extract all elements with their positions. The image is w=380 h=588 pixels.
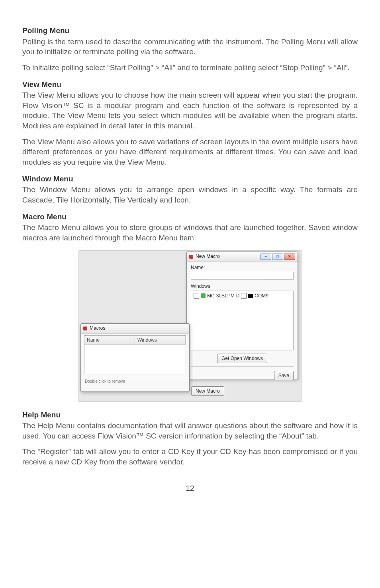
screenshot-container: New Macro – □ ✕ Name: Windows MC-30SLPM-…: [78, 250, 302, 402]
newmacro-window: New Macro – □ ✕ Name: Windows MC-30SLPM-…: [186, 252, 298, 379]
windows-label: Windows: [191, 283, 294, 289]
macros-table[interactable]: Name Windows: [84, 335, 186, 374]
minimize-button[interactable]: –: [260, 254, 271, 260]
app-icon: [83, 326, 87, 330]
polling-heading: Polling Menu: [22, 26, 358, 36]
list-item-port: COM9: [255, 293, 268, 299]
window-heading: Window Menu: [22, 174, 358, 184]
macros-col-windows[interactable]: Windows: [135, 336, 186, 344]
macro-heading: Macro Menu: [22, 212, 358, 222]
newmacro-titlebar[interactable]: New Macro – □ ✕: [187, 252, 298, 262]
new-macro-button[interactable]: New Macro: [191, 386, 224, 396]
list-item[interactable]: MC-30SLPM-D COM9: [194, 293, 291, 299]
view-p1: The View Menu allows you to choose how t…: [22, 90, 358, 131]
name-input[interactable]: [191, 272, 294, 280]
polling-p1: Polling is the term used to describe com…: [22, 37, 358, 57]
save-button[interactable]: Save: [274, 371, 294, 380]
checkbox-icon[interactable]: [194, 293, 199, 299]
view-heading: View Menu: [22, 79, 358, 90]
macros-window: Macros Name Windows Double click to remo…: [80, 323, 190, 392]
list-item-device: MC-30SLPM-D: [207, 293, 239, 299]
port-icon: [248, 294, 253, 298]
macros-hint: Double click to remove: [81, 377, 189, 384]
macros-title: Macros: [90, 325, 105, 331]
close-button[interactable]: ✕: [284, 254, 295, 260]
checkbox-icon[interactable]: [241, 293, 247, 299]
newmacro-title: New Macro: [196, 253, 220, 260]
name-label: Name:: [191, 264, 294, 271]
page-number: 12: [22, 483, 358, 494]
view-p2: The View Menu also allows you to save va…: [22, 137, 358, 167]
window-p1: The Window Menu allows you to arrange op…: [22, 185, 358, 205]
maximize-button[interactable]: □: [272, 254, 283, 260]
macros-titlebar[interactable]: Macros: [81, 324, 189, 334]
help-heading: Help Menu: [22, 410, 358, 420]
polling-p2: To initialize polling select “Start Poll…: [22, 63, 358, 73]
device-icon: [201, 293, 206, 298]
macros-col-name[interactable]: Name: [84, 336, 135, 344]
help-p1: The Help Menu contains documentation tha…: [22, 421, 358, 441]
get-open-windows-button[interactable]: Get Open Windows: [217, 354, 267, 363]
help-p2: The “Register” tab will allow you to ent…: [22, 446, 358, 467]
macro-p1: The Macro Menu allows you to store group…: [22, 222, 358, 243]
windows-listbox[interactable]: MC-30SLPM-D COM9: [191, 291, 294, 350]
app-icon: [189, 255, 193, 259]
